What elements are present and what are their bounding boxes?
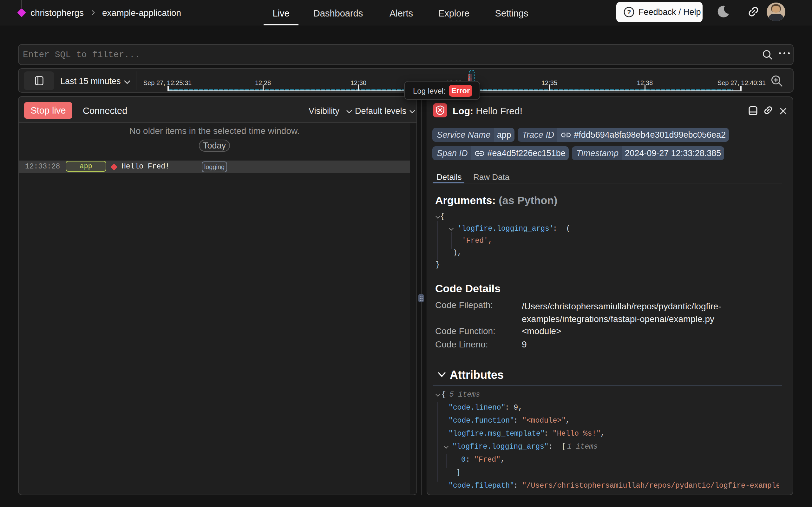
svg-text:?: ? bbox=[627, 9, 631, 15]
